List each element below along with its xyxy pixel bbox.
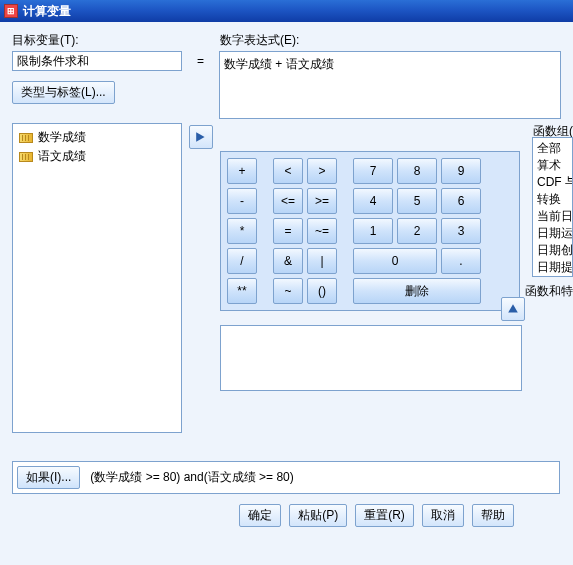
move-to-expression-button[interactable]	[189, 125, 213, 149]
equals-sign: =	[197, 54, 204, 68]
num-1-button[interactable]: 1	[353, 218, 393, 244]
list-item[interactable]: 日期创	[533, 242, 572, 259]
list-item[interactable]: 当前日	[533, 208, 572, 225]
if-condition-row: 如果(I)... (数学成绩 >= 80) and(语文成绩 >= 80)	[12, 461, 560, 494]
expression-textarea[interactable]: 数学成绩 + 语文成绩	[219, 51, 561, 119]
op-ne-button[interactable]: ~=	[307, 218, 337, 244]
num-6-button[interactable]: 6	[441, 188, 481, 214]
variable-name: 语文成绩	[38, 148, 86, 165]
num-9-button[interactable]: 9	[441, 158, 481, 184]
arrow-up-icon	[507, 303, 519, 315]
num-5-button[interactable]: 5	[397, 188, 437, 214]
delete-button[interactable]: 删除	[353, 278, 481, 304]
app-icon: ⊞	[4, 4, 18, 18]
list-item[interactable]: 日期运	[533, 225, 572, 242]
description-box	[220, 325, 522, 391]
arrow-right-icon	[195, 131, 207, 143]
if-condition-text: (数学成绩 >= 80) and(语文成绩 >= 80)	[90, 469, 293, 486]
title-bar: ⊞ 计算变量	[0, 0, 573, 22]
op-pow-button[interactable]: **	[227, 278, 257, 304]
op-mul-button[interactable]: *	[227, 218, 257, 244]
reset-button[interactable]: 重置(R)	[355, 504, 414, 527]
list-item[interactable]: 日期提	[533, 259, 572, 276]
help-button[interactable]: 帮助	[472, 504, 514, 527]
list-item[interactable]: CDF 与	[533, 174, 572, 191]
list-item[interactable]: 语文成绩	[17, 147, 177, 166]
variable-name: 数学成绩	[38, 129, 86, 146]
op-le-button[interactable]: <=	[273, 188, 303, 214]
num-dot-button[interactable]: .	[441, 248, 481, 274]
op-or-button[interactable]: |	[307, 248, 337, 274]
if-button[interactable]: 如果(I)...	[17, 466, 80, 489]
expression-label: 数字表达式(E):	[220, 32, 299, 49]
type-and-label-button[interactable]: 类型与标签(L)...	[12, 81, 115, 104]
window-title: 计算变量	[23, 3, 71, 20]
num-7-button[interactable]: 7	[353, 158, 393, 184]
dialog-body: 目标变量(T): 数字表达式(E): 类型与标签(L)... = 数学成绩 + …	[0, 22, 573, 565]
num-8-button[interactable]: 8	[397, 158, 437, 184]
scale-icon	[19, 152, 33, 162]
num-3-button[interactable]: 3	[441, 218, 481, 244]
op-ge-button[interactable]: >=	[307, 188, 337, 214]
list-item[interactable]: 转换	[533, 191, 572, 208]
target-var-input[interactable]	[12, 51, 182, 71]
insert-function-button[interactable]	[501, 297, 525, 321]
op-div-button[interactable]: /	[227, 248, 257, 274]
op-and-button[interactable]: &	[273, 248, 303, 274]
op-lt-button[interactable]: <	[273, 158, 303, 184]
paste-button[interactable]: 粘贴(P)	[289, 504, 347, 527]
op-paren-button[interactable]: ()	[307, 278, 337, 304]
op-minus-button[interactable]: -	[227, 188, 257, 214]
cancel-button[interactable]: 取消	[422, 504, 464, 527]
op-not-button[interactable]: ~	[273, 278, 303, 304]
num-0-button[interactable]: 0	[353, 248, 437, 274]
num-2-button[interactable]: 2	[397, 218, 437, 244]
op-eq-button[interactable]: =	[273, 218, 303, 244]
list-item[interactable]: 数学成绩	[17, 128, 177, 147]
num-4-button[interactable]: 4	[353, 188, 393, 214]
op-plus-button[interactable]: +	[227, 158, 257, 184]
op-gt-button[interactable]: >	[307, 158, 337, 184]
function-group-list[interactable]: 全部 算术 CDF 与 转换 当前日 日期运 日期创 日期提	[532, 137, 573, 277]
variable-list[interactable]: 数学成绩 语文成绩	[12, 123, 182, 433]
keypad: + < > 7 8 9 - <= >=	[220, 151, 520, 311]
dialog-buttons: 确定 粘贴(P) 重置(R) 取消 帮助	[12, 504, 561, 527]
ok-button[interactable]: 确定	[239, 504, 281, 527]
list-item[interactable]: 全部	[533, 140, 572, 157]
functions-special-label: 函数和特	[525, 283, 573, 300]
scale-icon	[19, 133, 33, 143]
target-var-label: 目标变量(T):	[12, 32, 182, 49]
list-item[interactable]: 算术	[533, 157, 572, 174]
